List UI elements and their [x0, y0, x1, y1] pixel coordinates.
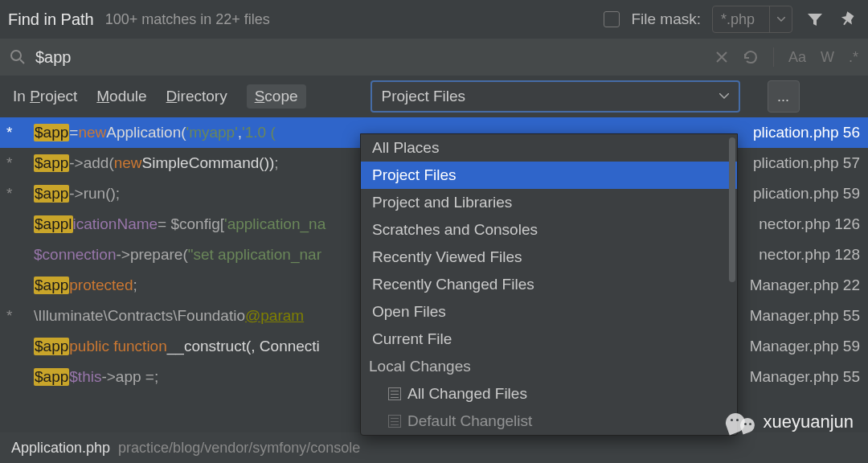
dropdown-sub-item[interactable]: All Changed Files	[361, 380, 737, 408]
result-file: Manager.php 55	[750, 307, 860, 325]
file-mask-value: *.php	[713, 11, 769, 28]
dialog-title: Find in Path	[8, 10, 94, 29]
scope-select-value: Project Files	[382, 88, 466, 105]
more-button[interactable]: ...	[768, 80, 800, 113]
match-count: 100+ matches in 22+ files	[105, 11, 270, 28]
result-file: Manager.php 59	[750, 338, 860, 355]
tab-module[interactable]: Module	[96, 88, 146, 105]
search-input[interactable]	[34, 47, 707, 68]
file-mask-label: File mask:	[631, 10, 701, 28]
scope-dropdown: All PlacesProject FilesProject and Libra…	[360, 133, 738, 436]
dropdown-item[interactable]: Project and Libraries	[361, 189, 737, 216]
filter-icon[interactable]	[804, 8, 826, 31]
result-file: plication.php 56	[753, 124, 860, 141]
search-icon	[10, 49, 26, 65]
search-bar: Aa W .*	[0, 39, 868, 76]
dropdown-item[interactable]: Current File	[361, 326, 737, 353]
wechat-icon	[726, 410, 758, 434]
match-case-toggle[interactable]: Aa	[788, 49, 806, 66]
clear-icon[interactable]	[715, 51, 728, 64]
tab-in-project[interactable]: In Project	[13, 88, 77, 105]
regex-toggle[interactable]: .*	[849, 49, 858, 66]
result-file: plication.php 57	[753, 154, 860, 172]
tab-directory[interactable]: Directory	[166, 88, 227, 105]
result-file: nector.php 126	[759, 215, 860, 233]
result-file: plication.php 59	[753, 185, 860, 203]
file-mask-checkbox[interactable]	[604, 11, 620, 27]
file-mask-select[interactable]: *.php	[712, 6, 792, 33]
svg-point-0	[11, 51, 21, 60]
dropdown-item[interactable]: Recently Changed Files	[361, 271, 737, 298]
dropdown-scrollbar[interactable]	[729, 137, 735, 282]
dropdown-sub-item[interactable]: Default Changelist	[361, 408, 737, 435]
pin-icon[interactable]	[837, 8, 860, 31]
words-toggle[interactable]: W	[821, 49, 834, 66]
footer-path: Application.php practice/blog/vendor/sym…	[0, 432, 868, 463]
dropdown-item[interactable]: Open Files	[361, 298, 737, 326]
result-file: Manager.php 22	[750, 277, 860, 294]
chevron-down-icon	[719, 93, 729, 100]
result-file: Manager.php 55	[750, 368, 860, 386]
chevron-down-icon[interactable]	[769, 6, 792, 32]
watermark: xueyuanjun	[726, 410, 854, 434]
tab-scope[interactable]: Scope	[247, 84, 306, 109]
scope-select[interactable]: Project Files	[371, 80, 740, 113]
changelist-icon	[388, 387, 401, 400]
dropdown-item[interactable]: Recently Viewed Files	[361, 244, 737, 271]
result-file: nector.php 128	[759, 246, 860, 264]
footer-dir: practice/blog/vendor/symfony/console	[118, 440, 360, 457]
svg-line-1	[20, 59, 24, 64]
dropdown-item[interactable]: Project Files	[361, 162, 737, 189]
footer-file: Application.php	[11, 440, 110, 457]
history-icon[interactable]	[743, 49, 759, 65]
dropdown-item[interactable]: Scratches and Consoles	[361, 216, 737, 244]
changelist-icon	[388, 415, 401, 428]
dropdown-item[interactable]: All Places	[361, 134, 737, 162]
dropdown-group: Local Changes	[361, 353, 737, 380]
